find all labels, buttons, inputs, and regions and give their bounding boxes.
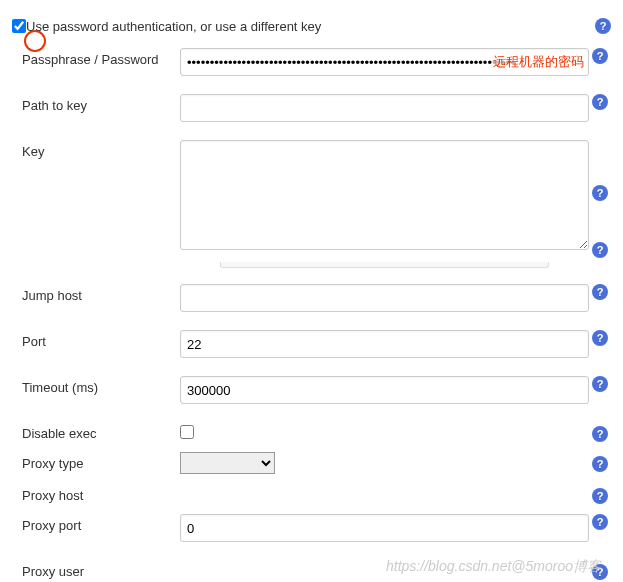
help-icon[interactable]: ? [592, 94, 608, 110]
port-label: Port [12, 330, 180, 349]
path-to-key-input[interactable] [180, 94, 589, 122]
proxy-user-label: Proxy user [12, 560, 180, 579]
help-icon[interactable]: ? [592, 284, 608, 300]
help-icon[interactable]: ? [592, 376, 608, 392]
proxy-port-label: Proxy port [12, 514, 180, 533]
timeout-label: Timeout (ms) [12, 376, 180, 395]
timeout-row: Timeout (ms) ? [12, 376, 611, 404]
use-password-label: Use password authentication, or use a di… [26, 19, 595, 34]
timeout-input[interactable] [180, 376, 589, 404]
use-password-checkbox[interactable] [12, 19, 26, 33]
disable-exec-label: Disable exec [12, 422, 180, 441]
help-icon[interactable]: ? [592, 456, 608, 472]
help-icon[interactable]: ? [592, 48, 608, 64]
help-icon[interactable]: ? [592, 514, 608, 530]
port-row: Port ? [12, 330, 611, 358]
help-icon[interactable]: ? [592, 564, 608, 580]
proxy-port-input[interactable] [180, 514, 589, 542]
disable-exec-row: Disable exec ? [12, 422, 611, 442]
key-label: Key [12, 140, 180, 159]
form-container: Use password authentication, or use a di… [12, 18, 611, 580]
proxy-type-row: Proxy type ? [12, 452, 611, 474]
proxy-host-label: Proxy host [12, 484, 180, 503]
help-icon[interactable]: ? [592, 242, 608, 258]
key-row: Key ? ? [12, 140, 611, 258]
proxy-type-label: Proxy type [12, 452, 180, 471]
path-to-key-label: Path to key [12, 94, 180, 113]
use-password-row: Use password authentication, or use a di… [12, 18, 611, 34]
passphrase-input[interactable] [180, 48, 589, 76]
help-icon[interactable]: ? [592, 185, 608, 201]
key-textarea[interactable] [180, 140, 589, 250]
proxy-user-row: Proxy user ? [12, 560, 611, 580]
textarea-resize-handle[interactable] [220, 262, 549, 268]
proxy-type-select[interactable] [180, 452, 275, 474]
proxy-host-row: Proxy host ? [12, 484, 611, 504]
help-icon[interactable]: ? [595, 18, 611, 34]
help-icon[interactable]: ? [592, 426, 608, 442]
passphrase-row: Passphrase / Password 远程机器的密码 ? [12, 48, 611, 76]
passphrase-label: Passphrase / Password [12, 48, 180, 67]
jump-host-input[interactable] [180, 284, 589, 312]
port-input[interactable] [180, 330, 589, 358]
jump-host-label: Jump host [12, 284, 180, 303]
help-icon[interactable]: ? [592, 488, 608, 504]
jump-host-row: Jump host ? [12, 284, 611, 312]
help-icon[interactable]: ? [592, 330, 608, 346]
disable-exec-checkbox[interactable] [180, 425, 194, 439]
proxy-port-row: Proxy port ? [12, 514, 611, 542]
path-to-key-row: Path to key ? [12, 94, 611, 122]
